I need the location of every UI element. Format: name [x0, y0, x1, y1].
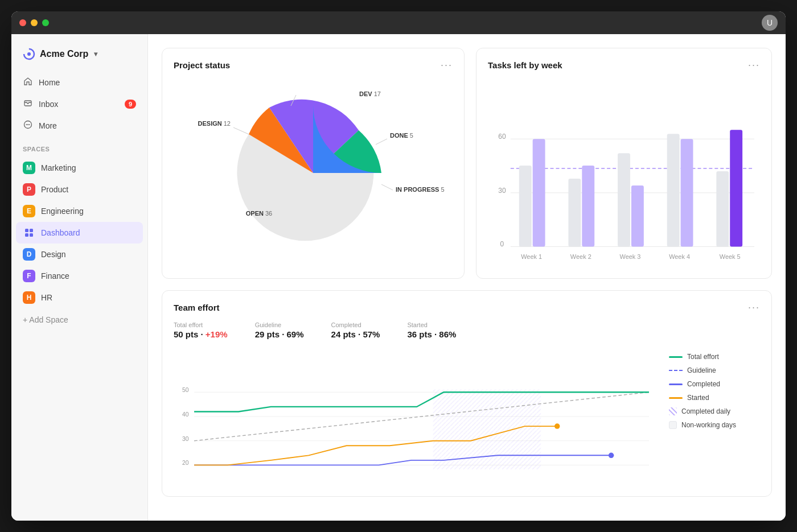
- add-space-button[interactable]: + Add Space: [11, 311, 147, 329]
- avatar[interactable]: U: [762, 15, 778, 31]
- y-label-30: 30: [498, 187, 506, 195]
- stat-label-completed: Completed: [331, 321, 380, 328]
- bar-w5-light: [716, 171, 729, 246]
- logo-icon: [23, 48, 35, 60]
- maximize-button[interactable]: [42, 19, 49, 26]
- dot-started: [554, 423, 560, 428]
- inbox-icon: [23, 98, 33, 110]
- traffic-lights: [19, 19, 49, 26]
- chevron-down-icon: ▾: [94, 50, 97, 58]
- pie-label-inprogress: IN PROGRESS 5: [396, 186, 445, 193]
- pie-label-open: OPEN 36: [246, 210, 272, 217]
- y-label-60: 60: [498, 133, 506, 141]
- stat-value-started: 36 pts · 86%: [407, 329, 456, 339]
- legend-line-total: [669, 356, 683, 358]
- y-eff-50: 50: [182, 387, 189, 393]
- svg-rect-10: [30, 233, 33, 237]
- bar-w1-light: [519, 166, 532, 246]
- x-label-w1: Week 1: [521, 253, 542, 260]
- stat-started: Started 36 pts · 86%: [407, 321, 456, 339]
- pie-label-design: DESIGN 12: [198, 120, 231, 127]
- sidebar-item-hr[interactable]: H HR: [16, 287, 143, 308]
- sidebar: Acme Corp ▾ Home: [11, 34, 148, 521]
- stat-label-started: Started: [407, 321, 456, 328]
- stat-value-guideline: 29 pts · 69%: [255, 329, 304, 339]
- bar-w2-light: [568, 179, 581, 247]
- legend-label-guideline: Guideline: [687, 366, 716, 374]
- legend-line-completed: [669, 383, 683, 385]
- app-body: Acme Corp ▾ Home: [11, 34, 786, 521]
- stat-label-total: Total effort: [174, 321, 228, 328]
- legend-label-completed: Completed: [687, 380, 720, 388]
- sidebar-item-marketing[interactable]: M Marketing: [16, 157, 143, 179]
- space-avatar-design: D: [23, 248, 35, 261]
- legend-line-started: [669, 397, 683, 399]
- y-eff-40: 40: [182, 411, 189, 418]
- space-label-finance: Finance: [41, 271, 69, 281]
- more-icon: [23, 120, 33, 131]
- bar-chart-container: 0 30 60: [488, 79, 760, 267]
- legend-label-non-working: Non-working days: [681, 421, 736, 429]
- svg-rect-23: [433, 390, 541, 469]
- y-eff-20: 20: [182, 460, 189, 466]
- space-avatar-engineering: E: [23, 205, 35, 217]
- tasks-by-week-more[interactable]: ···: [748, 60, 760, 70]
- dashboard-icon: [23, 226, 35, 239]
- home-icon: [23, 77, 33, 88]
- project-status-card: Project status ···: [162, 48, 465, 279]
- project-status-title: Project status: [174, 60, 230, 70]
- pie-label-dev: DEV 17: [359, 90, 381, 97]
- effort-chart-svg: 20 30 40 50: [174, 348, 660, 485]
- stat-value-completed: 24 pts · 57%: [331, 329, 380, 339]
- sidebar-item-inbox[interactable]: Inbox 9: [16, 93, 143, 115]
- legend-hatch-box: [669, 407, 677, 415]
- space-label-product: Product: [41, 185, 68, 194]
- space-avatar-finance: F: [23, 270, 35, 282]
- tasks-by-week-card: Tasks left by week ··· 0 30 60: [476, 48, 772, 279]
- pie-chart: DESIGN 12 DEV 17 DONE 5: [182, 85, 444, 261]
- team-effort-more[interactable]: ···: [748, 302, 760, 312]
- project-status-more[interactable]: ···: [441, 60, 453, 70]
- stat-guideline: Guideline 29 pts · 69%: [255, 321, 304, 339]
- effort-chart: 20 30 40 50: [174, 348, 660, 485]
- close-button[interactable]: [19, 19, 26, 26]
- team-effort-title: Team effort: [174, 303, 220, 312]
- bar-w4-light: [667, 134, 680, 246]
- svg-line-14: [381, 184, 393, 190]
- sidebar-item-home-label: Home: [39, 78, 60, 87]
- dot-completed: [609, 453, 614, 458]
- legend-guideline: Guideline: [669, 366, 760, 374]
- y-label-0: 0: [500, 240, 504, 248]
- team-effort-header: Team effort ···: [174, 302, 760, 312]
- spaces-header: Spaces: [11, 137, 147, 157]
- logo-area[interactable]: Acme Corp ▾: [11, 43, 147, 72]
- bar-w1-dark: [533, 139, 545, 246]
- legend-label-started: Started: [687, 394, 709, 402]
- legend-label-completed-daily: Completed daily: [681, 407, 730, 415]
- space-label-marketing: Marketing: [41, 163, 76, 172]
- spaces-list: M Marketing P Product E Engineering: [11, 157, 147, 308]
- svg-point-1: [27, 52, 31, 56]
- svg-line-13: [376, 139, 387, 145]
- bar-w3-light: [618, 153, 630, 246]
- sidebar-item-finance[interactable]: F Finance: [16, 265, 143, 287]
- stat-value-total: 50 pts · +19%: [174, 329, 228, 339]
- sidebar-item-more[interactable]: More: [16, 115, 143, 137]
- sidebar-item-engineering[interactable]: E Engineering: [16, 200, 143, 222]
- pie-chart-container: DESIGN 12 DEV 17 DONE 5: [174, 79, 453, 267]
- line-total-effort: [194, 392, 649, 411]
- sidebar-item-product[interactable]: P Product: [16, 179, 143, 200]
- sidebar-item-design[interactable]: D Design: [16, 244, 143, 265]
- legend-dash-guideline: [669, 370, 683, 371]
- minimize-button[interactable]: [31, 19, 38, 26]
- bar-w4-dark: [681, 139, 693, 246]
- legend-started: Started: [669, 394, 760, 402]
- legend-completed-daily: Completed daily: [669, 407, 760, 415]
- sidebar-item-dashboard[interactable]: Dashboard: [16, 222, 143, 244]
- titlebar: U: [11, 11, 786, 34]
- legend-box-nonworking: [669, 421, 677, 429]
- sidebar-item-home[interactable]: Home: [16, 72, 143, 93]
- svg-rect-9: [25, 233, 28, 237]
- sidebar-item-more-label: More: [39, 121, 57, 130]
- legend-completed: Completed: [669, 380, 760, 388]
